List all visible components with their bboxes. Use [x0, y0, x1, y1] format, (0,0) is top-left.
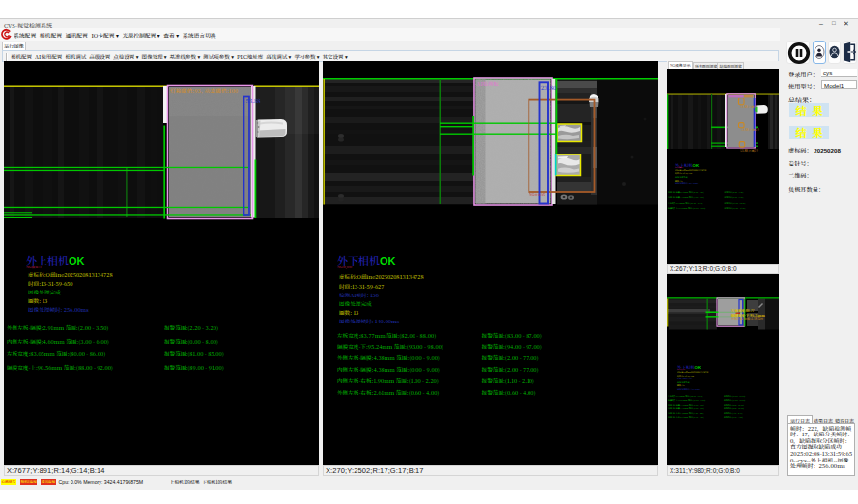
svg-text:AI检测框: AI检测框: [477, 80, 500, 88]
svg-text:外侧左板-隔膜:4.38 范围: 外侧左板-隔膜:4.38 范围: [731, 317, 763, 321]
svg-text:53.88: 53.88: [246, 97, 261, 105]
svg-text:53.88 区域2 0: 53.88 区域2 0: [741, 128, 759, 132]
svg-text:NG:0 0:35: NG:0 0:35: [529, 192, 545, 197]
svg-text:53.88 区域2: 53.88 区域2: [740, 105, 757, 109]
svg-text:灯箱阈值:93, 动态阈值:100: 灯箱阈值:93, 动态阈值:100: [170, 87, 238, 95]
svg-text:53.88 区域2 0: 53.88 区域2 0: [740, 149, 758, 153]
svg-text:23.80: 23.80: [541, 83, 557, 92]
